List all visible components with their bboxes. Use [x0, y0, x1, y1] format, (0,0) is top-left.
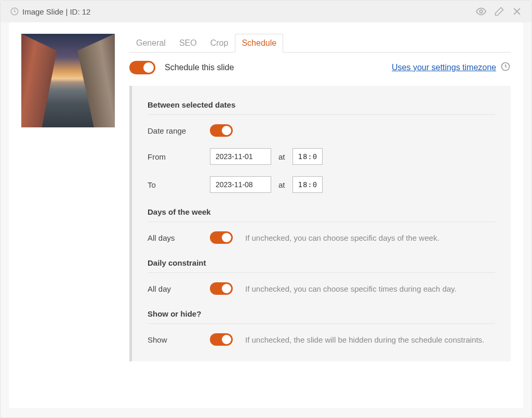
all-days-hint: If unchecked, you can choose specific da…	[245, 232, 440, 243]
divider	[148, 323, 495, 324]
divider	[148, 114, 495, 115]
section-dates-title: Between selected dates	[148, 100, 495, 109]
tab-general[interactable]: General	[129, 34, 172, 53]
to-time-input[interactable]	[292, 176, 323, 193]
date-range-toggle[interactable]	[210, 124, 233, 137]
svg-point-1	[480, 10, 483, 13]
timezone-link-text: Uses your settings timezone	[392, 63, 496, 72]
section-showhide-title: Show or hide?	[148, 309, 495, 318]
show-toggle[interactable]	[210, 333, 233, 346]
all-day-label: All day	[148, 284, 210, 293]
section-days: Days of the week All days If unchecked, …	[148, 207, 495, 244]
from-label: From	[148, 152, 210, 161]
section-daily-title: Daily constraint	[148, 258, 495, 267]
at-label: at	[278, 180, 285, 189]
from-time-input[interactable]	[292, 148, 323, 165]
all-days-row: All days If unchecked, you can choose sp…	[148, 231, 495, 244]
schedule-slide-label: Schedule this slide	[165, 63, 234, 72]
modal-actions	[475, 6, 522, 17]
eye-icon[interactable]	[475, 6, 487, 17]
section-dates: Between selected dates Date range From a…	[148, 100, 495, 193]
clock-icon	[10, 7, 19, 16]
modal-header: Image Slide | ID: 12	[1, 1, 531, 22]
section-showhide: Show or hide? Show If unchecked, the sli…	[148, 309, 495, 346]
to-date-input[interactable]	[210, 176, 271, 193]
modal-title: Image Slide | ID: 12	[22, 7, 90, 16]
tab-crop[interactable]: Crop	[204, 34, 235, 53]
section-days-title: Days of the week	[148, 207, 495, 216]
divider	[148, 221, 495, 222]
all-day-hint: If unchecked, you can choose specific ti…	[245, 283, 457, 294]
slide-thumbnail[interactable]	[21, 34, 115, 127]
modal-title-wrap: Image Slide | ID: 12	[10, 7, 90, 16]
section-daily: Daily constraint All day If unchecked, y…	[148, 258, 495, 295]
from-date-input[interactable]	[210, 148, 271, 165]
tab-schedule[interactable]: Schedule	[235, 34, 283, 53]
schedule-toggle-wrap: Schedule this slide	[129, 61, 234, 74]
show-label: Show	[148, 335, 210, 344]
to-row: To at	[148, 176, 495, 193]
pencil-icon[interactable]	[494, 6, 504, 17]
schedule-panel: Between selected dates Date range From a…	[129, 86, 511, 361]
date-range-label: Date range	[148, 126, 210, 135]
all-day-row: All day If unchecked, you can choose spe…	[148, 282, 495, 295]
slide-settings-modal: Image Slide | ID: 12 General SEO Crop Sc…	[0, 0, 532, 418]
date-range-row: Date range	[148, 124, 495, 137]
from-row: From at	[148, 148, 495, 165]
all-days-toggle[interactable]	[210, 231, 233, 244]
close-icon[interactable]	[512, 6, 522, 17]
at-label: at	[278, 152, 285, 161]
show-row: Show If unchecked, the slide will be hid…	[148, 333, 495, 346]
to-label: To	[148, 180, 210, 189]
divider	[148, 272, 495, 273]
all-day-toggle[interactable]	[210, 282, 233, 295]
tab-seo[interactable]: SEO	[172, 34, 204, 53]
timezone-settings-link[interactable]: Uses your settings timezone	[392, 61, 511, 74]
modal-body: General SEO Crop Schedule Schedule this …	[9, 22, 523, 408]
tab-bar: General SEO Crop Schedule	[129, 34, 511, 53]
content-area: General SEO Crop Schedule Schedule this …	[129, 34, 511, 397]
schedule-slide-toggle[interactable]	[129, 61, 155, 74]
clock-icon	[500, 61, 511, 74]
schedule-top-row: Schedule this slide Uses your settings t…	[129, 61, 511, 74]
all-days-label: All days	[148, 233, 210, 242]
show-hint: If unchecked, the slide will be hidden d…	[245, 334, 484, 345]
